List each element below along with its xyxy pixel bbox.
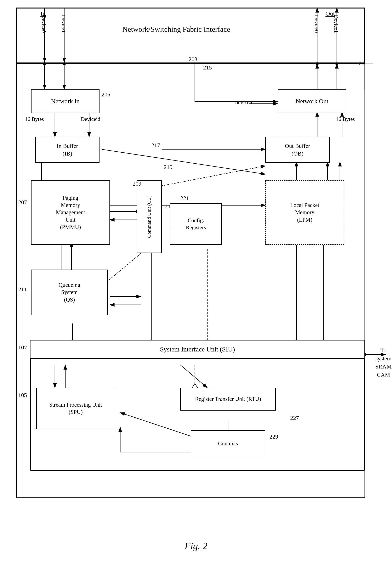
label-217: 217 <box>151 142 160 149</box>
device0-in-label: Device0 <box>41 15 47 33</box>
label-107: 107 <box>18 344 27 351</box>
rtu-block: Register Transfer Unit (RTU) <box>180 388 276 410</box>
command-unit-block: Command Unit (CU) <box>137 180 162 253</box>
contexts-block: Contexts <box>191 430 265 457</box>
bytes-16-right: 16 Bytes <box>336 116 355 122</box>
fabric-interface-box <box>16 8 365 64</box>
deviceid-right: Deviceid <box>234 100 254 106</box>
in-buffer-block: In Buffer(IB) <box>35 137 100 163</box>
svg-line-40 <box>102 149 265 174</box>
label-203: 203 <box>189 56 197 62</box>
siu-block: System Interface Unit (SIU) <box>30 340 365 359</box>
label-205: 205 <box>102 91 110 98</box>
diagram-container: Network/Switching Fabric Interface In Ou… <box>0 0 392 560</box>
device1-in-label: Device1 <box>60 15 66 33</box>
to-system-label: TosystemSRAMCAM <box>375 346 392 379</box>
label-229: 229 <box>270 434 278 440</box>
deviceid-left: Deviceid <box>81 116 100 122</box>
label-209: 209 <box>133 180 142 187</box>
lpm-block: Local PacketMemory(LPM) <box>265 180 344 245</box>
fabric-interface-label: Network/Switching Fabric Interface <box>83 25 270 34</box>
svg-line-30 <box>158 166 265 186</box>
label-221: 221 <box>180 195 189 202</box>
figure-caption: Fig. 2 <box>0 540 392 552</box>
spu-block: Stream Processing Unit(SPU) <box>36 388 115 429</box>
device0-out-label: Device0 <box>313 15 320 33</box>
label-211: 211 <box>18 286 27 293</box>
config-registers-block: Config.Registers <box>170 203 222 245</box>
network-out-block: Network Out <box>278 89 346 113</box>
queueing-system-block: QueueingSystem(QS) <box>31 270 108 315</box>
label-105: 105 <box>18 392 27 398</box>
pmmu-block: PagingMemoryManagementUnit(PMMU) <box>31 180 110 245</box>
label-219: 219 <box>164 164 172 170</box>
label-201: 201 <box>359 60 367 67</box>
label-227: 227 <box>290 415 299 421</box>
label-215: 215 <box>203 64 212 71</box>
device1-out-label: Device1 <box>333 15 339 33</box>
out-buffer-block: Out Buffer(OB) <box>265 137 330 163</box>
bytes-16-left: 16 Bytes <box>25 116 44 122</box>
label-207: 207 <box>18 199 27 206</box>
network-in-block: Network In <box>31 89 100 113</box>
